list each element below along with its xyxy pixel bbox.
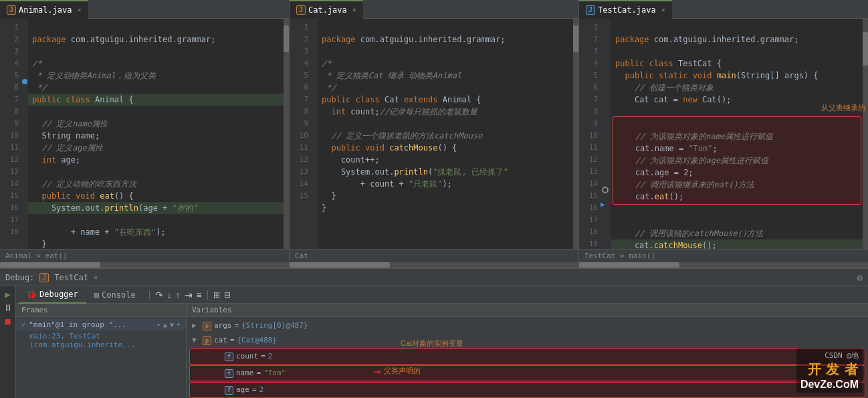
settings-icon[interactable]: ⚙ (857, 272, 863, 283)
expand-cat-icon[interactable]: ▼ (192, 334, 201, 347)
breadcrumb-animal: Animal > eat() (0, 249, 289, 262)
annotation-parent-label: 父类声明的 (384, 366, 421, 376)
debug-session-close[interactable]: ✕ (94, 274, 98, 281)
gutter-testcat: ▶ (601, 19, 611, 249)
editors-container: J Animal.java ✕ 123456789101112131415161… (0, 0, 868, 268)
hscroll-cat[interactable] (290, 262, 578, 268)
var-eq-age: = (252, 383, 257, 397)
debug-session-label: TestCat (54, 273, 88, 282)
var-val-count: 2 (268, 350, 273, 363)
variables-panel: Variables ▶ p args = {String[0]@487} (187, 304, 868, 398)
var-val-args: {String[0]@487} (241, 319, 308, 332)
debug-right-area: 🐞 Debugger ▤ Console ↷ ↓ ↑ ⇥ ≡ (16, 286, 868, 398)
debug-toolbar: ↷ ↓ ↑ ⇥ ≡ ⊞ ⊟ (146, 290, 232, 300)
expand-placeholder: ▶ (192, 319, 201, 332)
debug-label: Debug: (5, 273, 34, 282)
step-out-btn[interactable]: ↑ (175, 290, 182, 300)
var-eq-name: = (257, 367, 261, 380)
code-area-testcat[interactable]: package com.atguigu.inherited.grammar; p… (611, 19, 863, 249)
var-icon-p-cat: p (203, 336, 211, 345)
step-into-btn[interactable]: ↓ (166, 290, 173, 300)
var-eq-cat: = (230, 334, 235, 347)
var-eq-args: = (235, 319, 239, 332)
tab-close-testcat[interactable]: ✕ (661, 6, 665, 13)
var-name-age: age (236, 383, 249, 397)
stream-view-btn[interactable]: ⊟ (223, 290, 232, 300)
step-over-btn[interactable]: ↷ (154, 290, 165, 300)
table-view-btn[interactable]: ⊞ (212, 290, 221, 300)
tab-label-cat: Cat.java (308, 5, 347, 15)
editor-content-animal[interactable]: 123456789101112131415161718 package com.… (0, 19, 289, 249)
pause-icon[interactable]: ⏸ (3, 302, 13, 313)
chevron-down-icon[interactable]: ▾ (156, 321, 160, 328)
frame-item-main-group[interactable]: ✓ "main"@1 in group "... ▾ ▲ ▼ + (16, 318, 186, 330)
var-val-name: "Tom" (263, 367, 286, 380)
debug-main: ▶ ⏸ ■ 🐞 Debugger ▤ Console (0, 286, 868, 398)
tab-close-animal[interactable]: ✕ (77, 6, 81, 13)
java-icon-testcat: J (586, 5, 595, 15)
hscroll-animal[interactable] (0, 262, 289, 268)
var-item-name[interactable]: f name = "Tom" (189, 365, 865, 381)
tab-console[interactable]: ▤ Console (86, 286, 144, 304)
variables-content[interactable]: ▶ p args = {String[0]@487} ▼ p cat (187, 317, 868, 398)
debug-session-icon: J (39, 273, 49, 282)
ide-root: J Animal.java ✕ 123456789101112131415161… (0, 0, 868, 398)
breadcrumb-cat: Cat (290, 249, 578, 262)
nav-up-icon[interactable]: ▲ (163, 321, 167, 328)
debug-tabs: 🐞 Debugger ▤ Console ↷ ↓ ↑ ⇥ ≡ (16, 286, 868, 304)
variables-header: Variables (187, 304, 868, 317)
add-frame-icon[interactable]: + (177, 321, 181, 328)
debug-left-bar: ▶ ⏸ ■ (0, 286, 16, 398)
tab-close-cat[interactable]: ✕ (352, 6, 356, 13)
editor-panel-testcat: J TestCat.java ✕ 12345678910111213141516… (579, 0, 868, 268)
var-name-cat: cat (214, 334, 227, 347)
stop-icon[interactable]: ■ (5, 316, 10, 326)
scrollbar-cat[interactable] (573, 19, 578, 249)
tab-bar-animal: J Animal.java ✕ (0, 0, 289, 19)
tab-animal[interactable]: J Animal.java ✕ (0, 0, 88, 19)
java-icon: J (7, 5, 16, 15)
watermark: CSDN @地 开 发 者 DevZe.CoM (796, 349, 863, 393)
annotation-cat-label: Cat对象的实例变量 (401, 338, 463, 349)
editor-panel-animal: J Animal.java ✕ 123456789101112131415161… (0, 0, 290, 268)
code-area-cat[interactable]: package com.atguigu.inherited.grammar; /… (318, 19, 573, 249)
editor-panel-cat: J Cat.java ✕ 123456789101112131415 packa… (290, 0, 579, 268)
toolbar-separator2 (207, 290, 208, 300)
tab-debugger[interactable]: 🐞 Debugger (19, 286, 86, 304)
hscroll-testcat[interactable] (579, 262, 868, 268)
tab-label-testcat: TestCat.java (598, 5, 656, 15)
nav-down-icon[interactable]: ▼ (170, 321, 174, 328)
evaluate-btn[interactable]: ≡ (195, 290, 203, 300)
editor-content-cat[interactable]: 123456789101112131415 package com.atguig… (290, 19, 578, 249)
scrollbar-animal[interactable] (284, 19, 289, 249)
line-numbers-cat: 123456789101112131415 (290, 19, 311, 249)
frames-content[interactable]: ✓ "main"@1 in group "... ▾ ▲ ▼ + (16, 317, 186, 398)
frame-item-main23[interactable]: main:23, TestCat (com.atguigu.inherite..… (16, 330, 186, 351)
frames-panel: Frames ✓ "main"@1 in group "... ▾ ▲ (16, 304, 187, 398)
tab-testcat[interactable]: J TestCat.java ✕ (579, 0, 672, 19)
var-name-name: name (236, 367, 254, 380)
var-item-args[interactable]: ▶ p args = {String[0]@487} (187, 318, 868, 333)
var-val-age: 2 (259, 383, 264, 397)
var-item-age[interactable]: f age = 2 (189, 382, 865, 398)
annotation-parent-area: → 父类声明的 (374, 364, 421, 378)
code-area-animal[interactable]: package com.atguigu.inherited.grammar; /… (28, 19, 284, 249)
var-icon-f-age: f (225, 386, 233, 395)
resume-icon[interactable]: ▶ (5, 289, 10, 300)
var-item-cat[interactable]: ▼ p cat = {Cat@488} (187, 333, 868, 348)
run-cursor-btn[interactable]: ⇥ (183, 290, 194, 300)
line-numbers-testcat: 12345678910111213141516171819 (579, 19, 601, 249)
gutter-animal (21, 19, 28, 249)
var-item-count[interactable]: f count = 2 (189, 349, 865, 365)
debugger-icon: 🐞 (27, 290, 37, 299)
scrollbar-testcat[interactable] (863, 19, 868, 249)
frame-label-2: main:23, TestCat (com.atguigu.inherite..… (29, 332, 181, 349)
debug-title-bar: Debug: J TestCat ✕ ⚙ (0, 269, 868, 286)
tab-cat[interactable]: J Cat.java ✕ (290, 0, 363, 19)
var-icon-f-name: f (225, 369, 233, 378)
annotation-inherited: 从父类继承的 (821, 103, 865, 113)
gutter-cat (311, 19, 318, 249)
tab-bar-testcat: J TestCat.java ✕ (579, 0, 868, 19)
editor-content-testcat[interactable]: 12345678910111213141516171819 ▶ package … (579, 19, 868, 249)
breadcrumb-testcat: TestCat > main() (579, 249, 868, 262)
